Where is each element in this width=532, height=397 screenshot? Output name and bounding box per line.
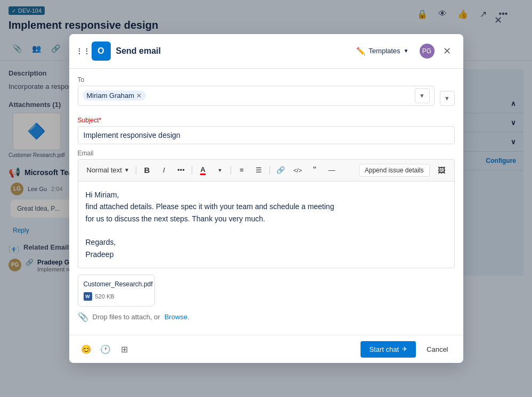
color-chevron-btn[interactable]: ▼ — [212, 163, 227, 178]
to-field-label: To — [78, 76, 455, 84]
toolbar-divider-3 — [231, 166, 231, 175]
to-field[interactable]: Miriam Graham ✕ ▾ — [78, 86, 435, 106]
toolbar-divider-2 — [192, 166, 192, 175]
drop-icon: 📎 — [78, 312, 88, 322]
numbered-btn[interactable]: ☰ — [251, 163, 266, 178]
user-avatar: PG — [420, 44, 435, 59]
templates-chevron-icon: ▼ — [404, 48, 409, 54]
modal-body: To Miriam Graham ✕ ▾ ▾ Subject* — [69, 69, 463, 335]
word-icon: W — [84, 292, 92, 301]
email-body-regards: Regards, — [86, 236, 447, 248]
email-field-label: Email — [78, 150, 455, 157]
table-btn[interactable]: ⊞ — [116, 341, 133, 358]
remove-recipient-btn[interactable]: ✕ — [136, 92, 142, 100]
grid-icon: ⋮⋮ — [78, 46, 88, 56]
email-toolbar: Normal text ▼ B I ••• A ▼ ≡ ☰ 🔗 </> " — [78, 159, 455, 181]
modal-title: Send email — [116, 46, 346, 56]
email-body-blank — [86, 225, 447, 236]
toolbar-divider-1 — [136, 166, 136, 175]
outlook-icon: O — [92, 42, 111, 61]
emoji-btn[interactable]: 😊 — [78, 341, 95, 358]
to-field-inner: Miriam Graham ✕ — [83, 90, 412, 101]
modal-overlay: ⋮⋮ O Send email ✏️ Templates ▼ PG ✕ To — [0, 0, 532, 397]
send-icon: ✈ — [402, 345, 407, 353]
attachment-size: 520 KB — [95, 293, 114, 300]
format-select-btn[interactable]: Normal text ▼ — [84, 164, 133, 176]
browse-link[interactable]: Browse. — [165, 313, 190, 321]
recipient-tag: Miriam Graham ✕ — [83, 90, 146, 101]
code-btn[interactable]: </> — [290, 163, 305, 178]
to-expand-btn[interactable]: ▾ — [415, 88, 430, 103]
link-tool-btn[interactable]: 🔗 — [273, 163, 288, 178]
modal-close-btn[interactable]: ✕ — [440, 44, 455, 59]
toolbar-divider-4 — [269, 166, 270, 175]
drop-text: Drop files to attach, or — [93, 313, 160, 321]
format-chevron-icon: ▼ — [124, 167, 129, 173]
italic-btn[interactable]: I — [157, 163, 171, 178]
bold-btn[interactable]: B — [140, 163, 154, 178]
subject-label-text: Subject* — [78, 117, 102, 124]
cancel-button[interactable]: Cancel — [420, 341, 454, 358]
subject-field[interactable] — [78, 126, 455, 144]
font-color-btn[interactable]: A — [195, 163, 210, 178]
more-format-btn[interactable]: ••• — [174, 163, 189, 178]
recipient-name: Miriam Graham — [87, 92, 135, 100]
email-body-line-1: Hi Miriam, — [86, 189, 447, 201]
attachment-card-footer: W 520 KB — [84, 292, 149, 301]
rule-btn[interactable]: — — [324, 163, 339, 178]
footer-actions: Start chat ✈ Cancel — [361, 341, 454, 358]
templates-button[interactable]: ✏️ Templates ▼ — [351, 44, 414, 58]
attachment-card-name: Customer_Research.pdf — [84, 280, 149, 288]
start-chat-label: Start chat — [369, 345, 399, 353]
append-issue-details-btn[interactable]: Append issue details — [359, 164, 430, 177]
email-body-line-2: find attached details. Please spec it wi… — [86, 201, 447, 212]
footer-icons: 😊 🕐 ⊞ — [78, 341, 133, 358]
modal-header: ⋮⋮ O Send email ✏️ Templates ▼ PG ✕ — [69, 34, 463, 69]
format-label: Normal text — [87, 166, 122, 174]
pencil-icon: ✏️ — [356, 47, 365, 55]
bullets-btn[interactable]: ≡ — [234, 163, 249, 178]
subject-label: Subject* — [78, 117, 455, 124]
start-chat-button[interactable]: Start chat ✈ — [361, 341, 416, 358]
drop-zone: 📎 Drop files to attach, or Browse. — [78, 307, 455, 327]
email-body-line-3: for us to discuss the next steps. Thank … — [86, 213, 447, 225]
image-btn[interactable]: 🖼 — [434, 163, 449, 178]
send-email-modal: ⋮⋮ O Send email ✏️ Templates ▼ PG ✕ To — [69, 34, 463, 363]
attachment-card: Customer_Research.pdf W 520 KB — [78, 275, 155, 307]
email-body-name: Pradeep — [86, 249, 447, 260]
modal-footer: 😊 🕐 ⊞ Start chat ✈ Cancel — [69, 335, 463, 363]
to-chevron-btn[interactable]: ▾ — [440, 91, 455, 106]
email-body[interactable]: Hi Miriam, find attached details. Please… — [78, 181, 455, 268]
quote-btn[interactable]: " — [307, 163, 322, 178]
schedule-btn[interactable]: 🕐 — [97, 341, 114, 358]
templates-label: Templates — [369, 47, 400, 55]
